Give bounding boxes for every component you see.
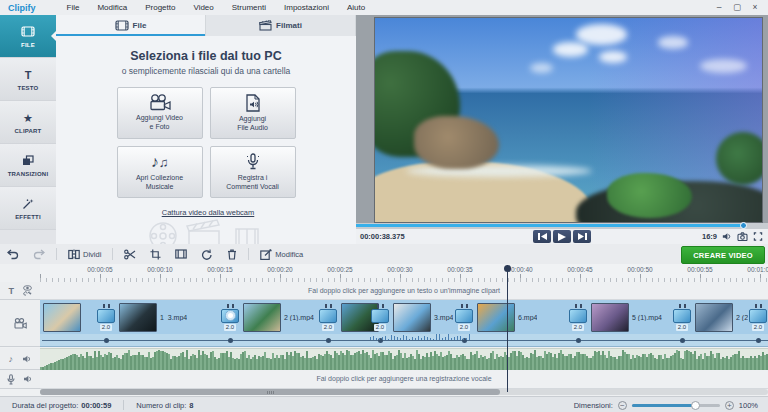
transition-marker[interactable]: 2.0 — [96, 304, 116, 331]
zoom-slider[interactable] — [632, 404, 720, 407]
transition-marker[interactable]: 2.0 — [454, 304, 474, 331]
voice-track[interactable]: Fai doppio click per aggiungere una regi… — [40, 370, 768, 389]
audio-file-icon — [245, 94, 261, 112]
timeline-clip[interactable]: 1_3.mp4 — [116, 300, 220, 334]
scissors-icon[interactable] — [117, 246, 143, 262]
delete-icon[interactable] — [220, 246, 244, 262]
volume-keyframe[interactable] — [104, 338, 109, 343]
webcam-capture-link[interactable]: Cattura video dalla webcam — [158, 208, 255, 217]
crop-icon[interactable] — [143, 246, 168, 262]
sidebar-item-effetti[interactable]: EFFETTI — [0, 187, 56, 230]
aspect-ratio-label[interactable]: 16:9 — [702, 232, 717, 241]
add-audio-file-button[interactable]: Aggiungi File Audio — [210, 87, 296, 139]
tab-filmati[interactable]: Filmati — [206, 15, 356, 36]
record-voice-button[interactable]: Registra i Commenti Vocali — [210, 146, 296, 198]
add-video-photo-button[interactable]: Aggiungi Video e Foto — [117, 87, 203, 139]
clapper-icon — [259, 20, 272, 31]
transition-duration: 2.0 — [676, 324, 688, 331]
sidebar-item-file[interactable]: FILE — [0, 15, 56, 58]
music-volume-icon[interactable] — [22, 355, 32, 363]
snapshot-camera-icon[interactable] — [737, 232, 748, 241]
volume-keyframe[interactable] — [756, 338, 761, 343]
file-actions-grid: Aggiungi Video e FotoAggiungi File Audio… — [117, 87, 296, 198]
transition-marker[interactable]: 2.0 — [318, 304, 338, 331]
menu-item-impostazioni[interactable]: Impostazioni — [275, 0, 338, 15]
track-visibility-icons[interactable] — [23, 285, 32, 296]
volume-icon[interactable] — [722, 232, 732, 241]
audio-blip — [412, 337, 413, 340]
video-track[interactable]: 2.01_3.mp42.02 (1).mp42.052.03.mp42.06.m… — [40, 300, 768, 334]
transition-icon — [455, 309, 473, 323]
transition-marker[interactable]: 2.0 — [748, 304, 768, 331]
scrollbar-thumb[interactable] — [40, 389, 500, 395]
timeline-clip[interactable]: 2 (1).mp4 — [240, 300, 318, 334]
volume-keyframe[interactable] — [576, 338, 581, 343]
audio-blip — [424, 336, 425, 340]
sidebar-item-transizioni[interactable]: TRANSIZIONI — [0, 144, 56, 187]
redo-button[interactable] — [26, 246, 52, 262]
timeline-clip[interactable]: 3.mp4 — [390, 300, 454, 334]
edit-button[interactable]: Modifica — [253, 246, 310, 262]
transition-icon — [749, 309, 767, 323]
volume-keyframe[interactable] — [228, 338, 233, 343]
audio-blip — [442, 338, 443, 340]
timeline-clip[interactable] — [40, 300, 96, 334]
cloud — [599, 51, 626, 63]
transition-icon — [221, 309, 239, 323]
zoom-slider-knob[interactable] — [691, 401, 700, 410]
maximize-icon[interactable]: ▢ — [730, 1, 744, 14]
music-track-waveform[interactable] — [40, 348, 768, 371]
sidebar-item-testo[interactable]: TTESTO — [0, 58, 56, 101]
timeline-clip[interactable]: 5 — [338, 300, 370, 334]
next-frame-button[interactable] — [573, 230, 591, 243]
play-button[interactable] — [553, 230, 571, 243]
voice-volume-icon[interactable] — [23, 375, 33, 383]
fullscreen-icon[interactable] — [753, 232, 763, 241]
text-track[interactable]: Fai doppio click per aggiungere un testo… — [40, 282, 768, 300]
sidebar-item-label: CLIPART — [15, 128, 42, 134]
button-label: Apri Collezione Musicale — [136, 174, 183, 192]
transition-marker[interactable]: 2.0 — [672, 304, 692, 331]
transport-buttons — [533, 230, 591, 243]
video-preview[interactable] — [374, 17, 763, 223]
tab-file[interactable]: File — [56, 15, 206, 36]
zoom-in-icon[interactable]: + — [725, 401, 734, 410]
audio-blip — [406, 336, 407, 340]
open-music-collection-button[interactable]: ♪♫Apri Collezione Musicale — [117, 146, 203, 198]
timeline-scrollbar[interactable] — [40, 389, 768, 395]
volume-keyframe[interactable] — [326, 338, 331, 343]
video-audio-strip[interactable] — [40, 334, 768, 347]
clip-thumbnail — [393, 303, 431, 332]
transition-marker[interactable]: 2.0 — [370, 304, 390, 331]
transition-marker[interactable]: 2.0 — [568, 304, 588, 331]
sidebar-item-clipart[interactable]: ★CLIPART — [0, 101, 56, 144]
volume-keyframe[interactable] — [680, 338, 685, 343]
minimize-icon[interactable]: – — [712, 1, 726, 14]
menu-item-strumenti[interactable]: Strumenti — [223, 0, 275, 15]
rotate-icon[interactable] — [194, 246, 220, 262]
menu-item-file[interactable]: File — [58, 0, 89, 15]
file-panel: Seleziona i file dal tuo PC o sempliceme… — [56, 36, 356, 244]
undo-button[interactable] — [0, 246, 26, 262]
menu-item-video[interactable]: Video — [184, 0, 222, 15]
menu-item-progetto[interactable]: Progetto — [136, 0, 184, 15]
timeline-ruler[interactable]: 00:00:0500:00:1000:00:1500:00:2000:00:25… — [40, 264, 768, 283]
clip-thumbnail — [43, 303, 81, 332]
playhead[interactable] — [507, 265, 508, 392]
transition-marker[interactable]: 2.0 — [220, 304, 240, 331]
letterbox-icon[interactable] — [168, 246, 194, 262]
menu-item-modifica[interactable]: Modifica — [88, 0, 136, 15]
zoom-out-icon[interactable]: − — [618, 401, 627, 410]
seek-knob[interactable] — [740, 222, 747, 229]
previous-frame-button[interactable] — [533, 230, 551, 243]
close-icon[interactable]: × — [748, 1, 762, 14]
timeline-clip[interactable]: 2 (2).mp4 — [692, 300, 748, 334]
clip-name: 6.mp4 — [518, 314, 537, 321]
timeline-clip[interactable]: 6.mp4 — [474, 300, 568, 334]
timeline-clip[interactable]: 5 (1).mp4 — [588, 300, 672, 334]
ruler-label: 00:00:45 — [567, 266, 592, 273]
menu-item-aiuto[interactable]: Aiuto — [338, 0, 374, 15]
create-video-button[interactable]: CREARE VIDEO — [681, 246, 765, 264]
split-button[interactable]: Dividi — [61, 246, 108, 262]
ruler-label: 00:01:00 — [747, 266, 768, 273]
